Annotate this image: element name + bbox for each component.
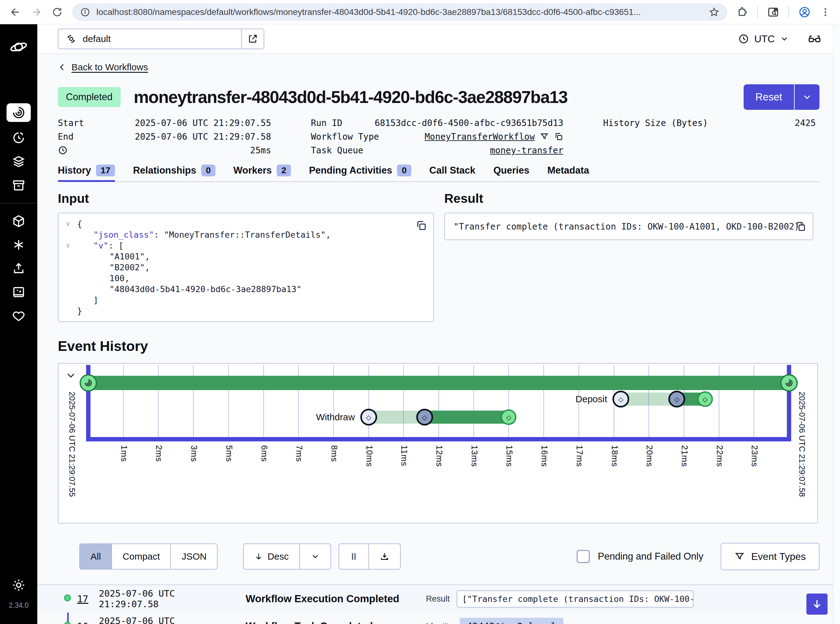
timezone-selector[interactable]: UTC (738, 33, 789, 45)
input-result-section: Input ∨{"json_class": "MoneyTransfer::Tr… (58, 191, 820, 322)
pending-failed-filter: Pending and Failed Only (577, 550, 703, 563)
page-scrollbar-track[interactable] (833, 24, 840, 624)
timeline-tick-label: 17ms (575, 445, 584, 467)
namespace-open-button[interactable] (241, 29, 264, 48)
sidebar-item-archive[interactable] (6, 177, 31, 193)
namespace-selector[interactable]: default (58, 29, 264, 49)
sidebar-item-nexus[interactable] (6, 237, 31, 253)
sidebar-item-namespaces[interactable] (6, 213, 31, 229)
sidebar-item-workflows[interactable] (6, 103, 31, 122)
event-row[interactable]: 162025-07-06 UTC 21:29:07.58Workflow Tas… (37, 613, 840, 624)
sort-desc-button[interactable]: Desc (243, 544, 300, 570)
workflow-start-marker[interactable] (80, 374, 97, 392)
sidebar-item-batch-operations[interactable] (6, 154, 31, 169)
timeline-tick-label: 11ms (399, 445, 409, 466)
view-json-button[interactable]: JSON (170, 544, 217, 570)
event-history-heading: Event History (58, 338, 840, 354)
collapse-chevron-icon[interactable]: ∨ (66, 240, 77, 251)
collapse-chevron-icon[interactable]: ∨ (66, 218, 77, 229)
workflow-type-label: Workflow Type (311, 131, 379, 142)
tab-history[interactable]: History17 (58, 165, 115, 181)
clock-icon (738, 33, 749, 45)
asterisk-icon (11, 238, 26, 252)
pending-failed-checkbox[interactable] (577, 550, 590, 563)
filter-icon[interactable] (540, 132, 549, 141)
reset-menu-button[interactable] (795, 84, 820, 110)
timeline-tick-label: 13ms (469, 445, 479, 467)
download-button[interactable] (368, 544, 401, 570)
sort-menu-button[interactable] (299, 544, 331, 570)
event-id-link[interactable]: 16 (77, 621, 94, 624)
address-bar[interactable]: localhost:8080/namespaces/default/workfl… (72, 3, 727, 21)
sidebar-item-docs[interactable] (6, 284, 31, 300)
sidebar-item-schedules[interactable] (6, 130, 31, 145)
reset-button[interactable]: Reset (744, 84, 795, 110)
event-id-link[interactable]: 17 (77, 593, 94, 604)
browser-reload-icon[interactable] (52, 6, 63, 18)
timeline-collapse-button[interactable] (65, 369, 77, 382)
collapse-gutter (66, 251, 77, 262)
timeline-tick-label: 7ms (294, 445, 304, 462)
activity-scheduled-marker[interactable]: ◇ (612, 391, 629, 408)
sidebar-item-feedback[interactable] (6, 308, 31, 323)
labs-glasses-icon[interactable] (808, 32, 822, 46)
json-value: ] (93, 295, 98, 306)
end-label: End (58, 131, 74, 142)
collapse-gutter (66, 295, 77, 306)
tab-metadata[interactable]: Metadata (547, 165, 589, 181)
history-size-value: 2425 (795, 118, 816, 128)
tab-relationships[interactable]: Relationships0 (133, 165, 216, 181)
back-link[interactable]: Back to Workflows (58, 62, 148, 73)
view-all-button[interactable]: All (79, 544, 112, 570)
diamond-icon: ◇ (674, 396, 679, 403)
json-indent (77, 284, 109, 295)
timeline-tick-label: 18ms (610, 445, 619, 467)
view-toggle-group: AllCompactJSON (79, 544, 217, 570)
pause-button[interactable] (339, 544, 369, 570)
activity-started-marker[interactable]: ◇ (416, 409, 433, 426)
profile-icon[interactable] (798, 6, 811, 19)
tab-pending-activities[interactable]: Pending Activities0 (309, 165, 411, 181)
url-text[interactable]: localhost:8080/namespaces/default/workfl… (96, 7, 703, 17)
copy-icon[interactable] (554, 132, 563, 141)
collapse-gutter (66, 262, 77, 273)
scroll-to-bottom-button[interactable] (806, 593, 828, 615)
site-info-icon[interactable] (80, 7, 90, 17)
copy-result-button[interactable] (795, 221, 806, 232)
activity-completed-marker[interactable]: ◇ (501, 409, 516, 425)
workflow-end-marker[interactable] (780, 374, 798, 392)
workflow-type-link[interactable]: MoneyTransferWorkflow (425, 131, 535, 142)
timeline-tick-label: 8ms (329, 445, 339, 462)
extensions-icon[interactable] (737, 6, 748, 18)
activity-started-marker[interactable]: ◇ (668, 391, 685, 408)
json-indent (77, 262, 109, 273)
task-queue-link[interactable]: money-transfer (490, 145, 563, 156)
json-value: "B2002" (109, 262, 145, 273)
temporal-logo-icon[interactable] (9, 37, 28, 57)
namespace-selector-value[interactable]: default (59, 29, 241, 48)
chrome-separator (788, 6, 789, 18)
tab-workers[interactable]: Workers2 (233, 165, 291, 181)
task-queue-label: Task Queue (311, 145, 364, 156)
event-row[interactable]: 172025-07-06 UTC 21:29:07.58Workflow Exe… (37, 585, 840, 613)
activity-scheduled-marker[interactable]: ◇ (360, 409, 377, 426)
view-compact-button[interactable]: Compact (111, 544, 171, 570)
json-line: "48043d0d-5b41-4920-bd6c-3ae28897ba13" (66, 284, 405, 295)
timeline-tick-label: 10ms (364, 445, 374, 467)
timeline-tick-label: 1ms (119, 445, 129, 462)
tab-call-stack[interactable]: Call Stack (429, 165, 475, 181)
tab-queries[interactable]: Queries (493, 165, 529, 181)
topbar: default UTC (37, 24, 840, 54)
side-panel-icon[interactable] (767, 6, 779, 18)
sidebar-item-import[interactable] (6, 261, 31, 276)
browser-back-icon[interactable] (9, 6, 21, 18)
theme-toggle-sun-icon[interactable] (11, 578, 26, 593)
archive-icon (11, 178, 26, 192)
chrome-menu-icon[interactable] (820, 7, 831, 17)
copy-input-button[interactable] (415, 219, 427, 232)
event-types-button[interactable]: Event Types (721, 543, 820, 570)
json-value: , (145, 262, 150, 273)
bookmark-star-icon[interactable] (709, 7, 719, 17)
browser-forward-icon[interactable] (31, 6, 42, 18)
activity-completed-marker[interactable]: ◇ (697, 391, 713, 407)
